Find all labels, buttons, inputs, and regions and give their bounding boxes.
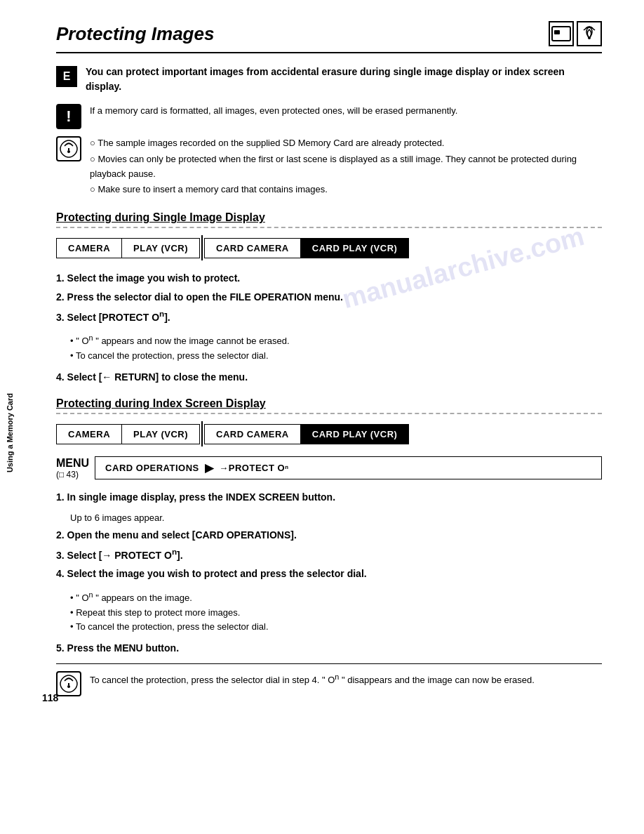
info-icon [56, 136, 81, 161]
divider-s2 [201, 421, 203, 446]
section2-step5: 5. Press the MENU button. [56, 640, 602, 656]
info-note-block: ○ The sample images recorded on the supp… [56, 136, 602, 199]
info-note-2: ○ Movies can only be protected when the … [90, 152, 602, 182]
info-note-1: ○ The sample images recorded on the supp… [90, 136, 602, 151]
step5-s2: 5. Press the MENU button. [56, 640, 602, 656]
warning-note-text: If a memory card is formatted, all image… [90, 104, 457, 119]
svg-rect-1 [554, 30, 560, 34]
header-icons [549, 21, 602, 46]
section1-mode-buttons: CAMERA PLAY (VCR) CARD CAMERA CARD PLAY … [56, 235, 602, 260]
card-camera-btn-s2[interactable]: CARD CAMERA [204, 424, 301, 444]
step2-s1: 2. Press the selector dial to open the F… [56, 289, 602, 305]
page-header: Protecting Images [56, 21, 602, 53]
section2-steps2: 2. Open the menu and select [CARD OPERAT… [56, 527, 602, 582]
card-play-vcr-btn-s2[interactable]: CARD PLAY (VCR) [300, 424, 410, 444]
section1-step3-bullets: " On " appears and now the image cannot … [56, 332, 602, 364]
step4-s2: 4. Select the image you wish to protect … [56, 566, 602, 581]
section1-heading: Protecting during Single Image Display [56, 211, 602, 228]
camera-btn-s1[interactable]: CAMERA [56, 238, 122, 258]
bottom-note-text: To cancel the protection, press the sele… [90, 671, 535, 688]
bullet1-s2: " On " appears on the image. [70, 589, 602, 606]
info-note-3: ○ Make sure to insert a memory card that… [90, 183, 602, 197]
play-vcr-btn-s1[interactable]: PLAY (VCR) [121, 238, 200, 258]
section2-step4-bullets: " On " appears on the image. Repeat this… [56, 589, 602, 635]
e-badge: E [56, 66, 77, 87]
card-icon [549, 21, 574, 46]
bullet3-s2: To cancel the protection, press the sele… [70, 620, 602, 635]
step3-s1: 3. Select [PROTECT On]. [56, 307, 602, 325]
menu-label: MENU [56, 457, 89, 470]
menu-arrow: ▶ [205, 461, 214, 475]
menu-label-block: MENU (□ 43) [56, 457, 89, 479]
step1-s1: 1. Select the image you wish to protect. [56, 270, 602, 286]
svg-point-3 [67, 150, 70, 153]
svg-point-2 [588, 37, 591, 39]
bullet2-s2: Repeat this step to protect more images. [70, 606, 602, 621]
step4-s1: 4. Select [← RETURN] to close the menu. [56, 369, 602, 385]
section2-heading: Protecting during Index Screen Display [56, 397, 602, 414]
divider-s1 [201, 235, 203, 260]
step3-s2: 3. Select [→ PROTECT On]. [56, 545, 602, 563]
svg-point-5 [67, 685, 70, 688]
section2-steps: 1. In single image display, press the IN… [56, 489, 602, 505]
sidebar-label: Using a Memory Card [6, 393, 14, 472]
bottom-note-icon [56, 671, 81, 696]
section1-steps: 1. Select the image you wish to protect.… [56, 270, 602, 325]
menu-box: MENU (□ 43) CARD OPERATIONS ▶ →PROTECT O… [56, 456, 602, 479]
warning-note-block: ! If a memory card is formatted, all ima… [56, 104, 602, 129]
page-number: 118 [42, 692, 58, 703]
menu-ref: (□ 43) [56, 470, 79, 479]
card-play-vcr-btn-s1[interactable]: CARD PLAY (VCR) [300, 238, 410, 258]
bullet2-s1: To cancel the protection, press the sele… [70, 349, 602, 364]
camera-btn-s2[interactable]: CAMERA [56, 424, 122, 444]
page-title: Protecting Images [56, 23, 214, 45]
section2-mode-buttons: CAMERA PLAY (VCR) CARD CAMERA CARD PLAY … [56, 421, 602, 446]
play-vcr-btn-s2[interactable]: PLAY (VCR) [121, 424, 200, 444]
bullet1-s1: " On " appears and now the image cannot … [70, 332, 602, 349]
step1-s2: 1. In single image display, press the IN… [56, 489, 602, 505]
warning-icon: ! [56, 104, 81, 129]
menu-protect: →PROTECT Oⁿ [219, 463, 288, 473]
e-text: You can protect important images from ac… [86, 65, 602, 94]
page: Using a Memory Card 118 manualarchive.co… [0, 0, 644, 717]
menu-card-operations: CARD OPERATIONS [105, 463, 199, 473]
e-badge-row: E You can protect important images from … [56, 65, 602, 94]
step1b-s2: Up to 6 images appear. [56, 512, 602, 523]
step2-s2: 2. Open the menu and select [CARD OPERAT… [56, 527, 602, 543]
bottom-note: To cancel the protection, press the sele… [56, 663, 602, 696]
info-note-content: ○ The sample images recorded on the supp… [90, 136, 602, 199]
card-camera-btn-s1[interactable]: CARD CAMERA [204, 238, 301, 258]
section1-step4: 4. Select [← RETURN] to close the menu. [56, 369, 602, 385]
wireless-icon [577, 21, 602, 46]
menu-content-box: CARD OPERATIONS ▶ →PROTECT Oⁿ [95, 456, 602, 479]
